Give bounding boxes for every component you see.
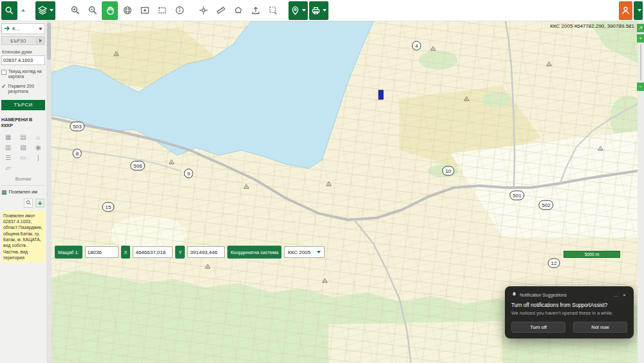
x-label: X xyxy=(121,246,131,259)
not-now-button[interactable]: Not now xyxy=(573,322,627,333)
chevron-right-icon xyxy=(39,39,42,43)
search-category-select[interactable]: К... xyxy=(1,23,45,34)
sidebar-scrollbar[interactable] xyxy=(46,21,52,363)
zoom-window-icon xyxy=(157,5,167,15)
y-coordinate-input[interactable] xyxy=(187,246,225,258)
map-zone-label: 15 xyxy=(102,202,115,212)
result-type-icon[interactable]: ☰ xyxy=(1,154,15,161)
zoom-out-icon xyxy=(88,5,98,15)
search-sidebar: К... БЪРЗО Ключови думи Текущ изглед на … xyxy=(0,21,46,363)
y-label: Y xyxy=(175,246,185,259)
parcel-grid-icon: ▦ xyxy=(1,189,7,195)
zoom-out-button[interactable] xyxy=(84,1,100,20)
check-icon: ✓ xyxy=(1,84,6,95)
globe-button[interactable] xyxy=(119,1,135,20)
cursor-coordinates-readout: ККС 2005 4647782.290, 390789.581 xyxy=(550,23,634,29)
bell-icon xyxy=(511,291,517,298)
result-type-icon[interactable]: ▦ xyxy=(1,133,15,141)
result-item[interactable]: Поземлен имот 02837.4.1003, област Пазар… xyxy=(1,211,45,263)
search-icon xyxy=(5,6,14,15)
search-submit-button[interactable]: ТЪРСИ xyxy=(1,100,45,110)
select-button[interactable] xyxy=(265,1,281,20)
x-coordinate-input[interactable] xyxy=(133,246,173,258)
layers-icon xyxy=(37,5,48,15)
measure-distance-button[interactable] xyxy=(213,1,229,20)
result-type-icon[interactable]: ◉ xyxy=(32,144,45,151)
keywords-label: Ключови думи xyxy=(2,50,44,54)
layer-group-row[interactable]: ▦ Поземлен им xyxy=(1,189,45,195)
chevron-down-icon xyxy=(302,9,306,12)
printer-icon xyxy=(311,6,321,15)
map-zone-label: 501 xyxy=(509,191,524,201)
result-type-icon[interactable]: ▨ xyxy=(16,144,30,151)
toast-close-button[interactable]: × xyxy=(621,292,627,298)
chevron-down-icon xyxy=(323,9,327,12)
compare-tool-icon xyxy=(4,25,10,33)
zoom-to-result-button[interactable] xyxy=(24,199,33,208)
location-pin-icon xyxy=(290,6,300,15)
layers-button[interactable] xyxy=(35,1,55,20)
pan-button[interactable] xyxy=(102,1,118,20)
export-button[interactable] xyxy=(247,1,263,20)
highlighted-parcel[interactable] xyxy=(379,90,383,99)
result-type-icon[interactable]: ⌂ xyxy=(32,133,45,141)
all-results-link[interactable]: Всички xyxy=(1,176,45,182)
crosshair-icon xyxy=(198,5,209,15)
user-menu-button[interactable] xyxy=(634,1,643,20)
map-zoom-out-button[interactable]: − xyxy=(637,83,644,91)
result-type-grid: ▦ ▤ ⌂ ▥ ▨ ◉ ☰ ▭ | ▱ xyxy=(1,133,45,172)
zoom-extent-button[interactable] xyxy=(137,1,153,20)
result-type-icon[interactable]: ▱ xyxy=(1,164,15,172)
result-type-icon[interactable]: ▤ xyxy=(16,133,30,141)
print-button[interactable] xyxy=(309,1,328,20)
scale-input[interactable] xyxy=(85,246,118,258)
chevron-down-icon xyxy=(39,28,43,30)
result-type-icon[interactable]: ▭ xyxy=(16,154,30,161)
user-button[interactable] xyxy=(619,1,632,20)
zoom-window-button[interactable] xyxy=(154,1,170,20)
result-type-icon[interactable]: ▥ xyxy=(1,144,15,151)
expand-panel-button[interactable] xyxy=(36,36,45,45)
main-toolbar xyxy=(0,0,644,21)
current-view-label: Текущ изглед на картата xyxy=(8,69,45,80)
zoom-slider-track[interactable] xyxy=(640,44,641,81)
crs-select[interactable]: ККС 2005 xyxy=(284,246,325,258)
turn-off-button[interactable]: Turn off xyxy=(511,322,565,333)
coordinate-tool-button[interactable] xyxy=(195,1,211,20)
chevron-down-icon xyxy=(638,9,641,12)
ruler-icon xyxy=(216,5,226,15)
chevron-down-icon xyxy=(317,251,321,253)
polygon-icon xyxy=(233,5,243,15)
chevron-down-icon xyxy=(50,9,53,12)
current-view-checkbox[interactable] xyxy=(1,70,6,75)
search-category-label: К... xyxy=(12,26,35,32)
zoom-extent-icon xyxy=(140,5,150,15)
map-controls-bar: Мащаб 1: X Y Координатна система ККС 200… xyxy=(55,246,325,259)
search-tool-button[interactable] xyxy=(1,1,17,20)
first-results-label: Първите 200 резултата xyxy=(8,84,45,95)
map-zoom-in-button[interactable]: + xyxy=(637,34,644,43)
layer-group-label: Поземлен им xyxy=(9,189,37,195)
quick-tab-button[interactable]: БЪРЗО xyxy=(1,36,35,45)
map-scalebar: 5000 m xyxy=(564,251,620,258)
location-button[interactable] xyxy=(289,1,308,20)
zoom-in-button[interactable] xyxy=(67,1,83,20)
info-icon xyxy=(175,5,185,15)
notification-toast: Notification Suggestions ... × Turn off … xyxy=(505,286,634,338)
crs-select-value: ККС 2005 xyxy=(288,250,310,255)
keywords-input[interactable] xyxy=(1,55,45,65)
result-type-icon[interactable]: | xyxy=(32,154,45,161)
identify-button[interactable] xyxy=(171,1,187,20)
map-zone-label: 10 xyxy=(442,166,455,176)
fullscreen-button[interactable]: ↗ xyxy=(637,24,644,32)
measure-area-button[interactable] xyxy=(230,1,246,20)
add-result-button[interactable]: + xyxy=(35,199,44,208)
map-zone-label: 12 xyxy=(548,259,560,268)
collapse-toolbar-button[interactable] xyxy=(19,1,28,20)
map-zone-label: 503 xyxy=(70,122,84,132)
sidebar-scroll-thumb[interactable] xyxy=(47,23,51,60)
toast-more-button[interactable]: ... xyxy=(612,292,620,298)
map-side-rail: ↗ + − xyxy=(638,21,644,363)
scale-label: Мащаб 1: xyxy=(55,246,82,259)
map-viewport[interactable]: ККС 2005 4647782.290, 390789.581 503 8 5… xyxy=(52,21,638,363)
